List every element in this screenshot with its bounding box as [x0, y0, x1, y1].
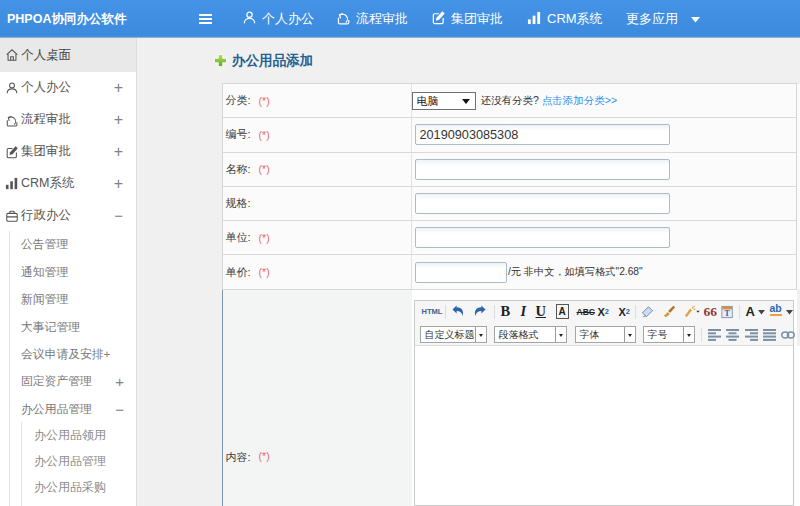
svg-text:T: T	[724, 308, 730, 317]
